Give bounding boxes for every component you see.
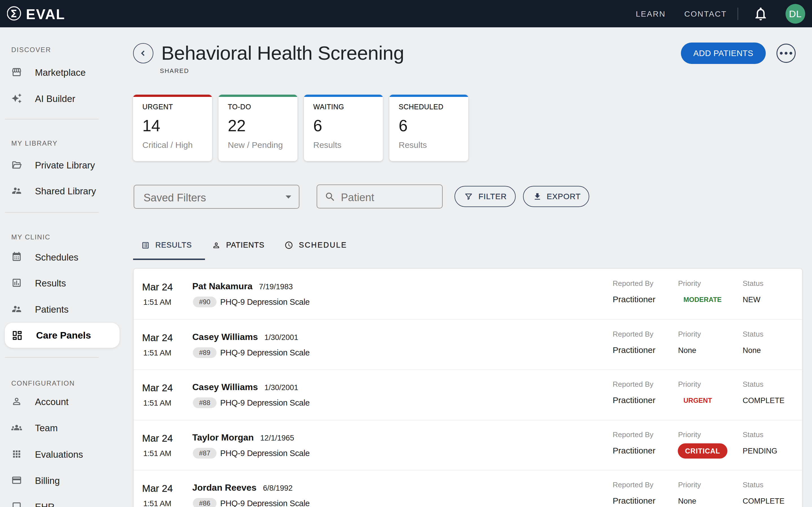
svg-text:EVAL: EVAL [26, 6, 65, 22]
